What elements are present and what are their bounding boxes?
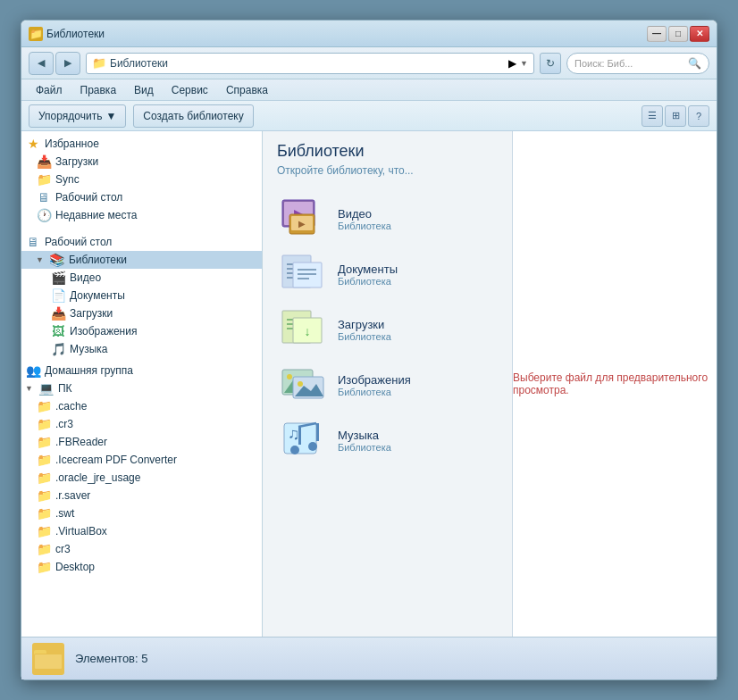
minimize-button[interactable]: — — [647, 26, 667, 42]
lib-name-video: Видео — [338, 207, 391, 221]
tree-item-favorites[interactable]: ★ Избранное — [21, 135, 262, 153]
virtualbox-label: .VirtualBox — [55, 525, 107, 538]
tree-item-cr3[interactable]: 📁 .cr3 — [21, 415, 262, 433]
tree-item-swt[interactable]: 📁 .swt — [21, 504, 262, 522]
desktop-label: Рабочий стол — [45, 236, 112, 248]
cache-icon: 📁 — [36, 399, 52, 413]
tree-item-downloads2[interactable]: 📥 Загрузки — [21, 304, 262, 322]
refresh-button[interactable]: ↻ — [540, 53, 561, 74]
fbreader-label: .FBReader — [55, 436, 107, 448]
rsaver-icon: 📁 — [36, 488, 52, 503]
libraries-view: Библиотеки Откройте библиотеку, что... ▶ — [263, 131, 717, 637]
lib-item-docs[interactable]: Документы Библиотека — [277, 246, 498, 302]
address-box[interactable]: 📁 Библиотеки ▶ ▼ — [86, 53, 534, 74]
view-details-button[interactable]: ☰ — [642, 105, 663, 127]
cache-label: .cache — [55, 400, 87, 412]
menubar: Файл Правка Вид Сервис Справка — [21, 79, 717, 101]
lib-icon-images — [281, 364, 327, 405]
organize-arrow: ▼ — [105, 110, 116, 122]
tree-item-sync[interactable]: 📁 Sync — [21, 171, 262, 188]
music-label: Музыка — [70, 343, 107, 355]
video-label: Видео — [70, 271, 101, 284]
tree-item-fbreader[interactable]: 📁 .FBReader — [21, 433, 262, 451]
svg-rect-37 — [35, 654, 62, 669]
tree-panel: ★ Избранное 📥 Загрузки 📁 Sync 🖥 Рабочий … — [21, 131, 263, 637]
tree-item-rsaver[interactable]: 📁 .r.saver — [21, 487, 262, 504]
tree-item-pc[interactable]: ▼ 💻 ПК — [21, 379, 262, 397]
tree-item-virtualbox[interactable]: 📁 .VirtualBox — [21, 522, 262, 540]
lib-item-video[interactable]: ▶ ▶ Видео Библиотека — [277, 191, 498, 246]
lib-type-docs: Библиотека — [338, 276, 398, 287]
docs-label: Документы — [70, 289, 125, 302]
svg-point-29 — [308, 442, 317, 451]
tree-item-images[interactable]: 🖼 Изображения — [21, 322, 262, 340]
tree-item-video[interactable]: 🎬 Видео — [21, 269, 262, 287]
svg-point-25 — [298, 381, 303, 387]
svg-text:♫: ♫ — [288, 425, 300, 443]
nav-buttons: ◀ ▶ — [29, 52, 80, 75]
view-buttons: ☰ ⊞ ? — [642, 105, 709, 127]
tree-item-desktop-pc[interactable]: 📁 Desktop — [21, 558, 262, 576]
titlebar: 📁 Библиотеки — □ ✕ — [21, 21, 717, 47]
menu-view[interactable]: Вид — [127, 82, 161, 98]
search-placeholder: Поиск: Биб... — [574, 58, 684, 69]
tree-item-desktop-fav[interactable]: 🖥 Рабочий стол — [21, 188, 262, 206]
virtualbox-icon: 📁 — [36, 524, 52, 538]
menu-file[interactable]: Файл — [29, 82, 70, 98]
recent-label: Недавние места — [55, 209, 137, 221]
sync-label: Sync — [55, 173, 80, 186]
close-button[interactable]: ✕ — [690, 26, 709, 42]
favorites-label: Избранное — [45, 138, 99, 150]
downloads2-icon: 📥 — [50, 306, 66, 321]
lib-info-downloads: Загрузки Библиотека — [338, 318, 391, 342]
address-dropdown-icon[interactable]: ▼ — [520, 59, 528, 68]
downloads-icon: 📥 — [36, 154, 52, 169]
search-box[interactable]: Поиск: Биб... 🔍 — [566, 53, 709, 74]
view-icons-button[interactable]: ⊞ — [665, 105, 686, 127]
tree-item-music[interactable]: 🎵 Музыка — [21, 340, 262, 358]
forward-button[interactable]: ▶ — [55, 52, 80, 75]
back-button[interactable]: ◀ — [29, 52, 54, 75]
tree-item-homegroup[interactable]: 👥 Домашняя группа — [21, 362, 262, 379]
address-path: Библиотеки — [110, 57, 505, 70]
tree-item-downloads[interactable]: 📥 Загрузки — [21, 153, 262, 171]
titlebar-left: 📁 Библиотеки — [29, 27, 105, 41]
menu-service[interactable]: Сервис — [164, 82, 215, 98]
cr3-2-icon: 📁 — [36, 542, 52, 556]
desktop-icon: 🖥 — [25, 235, 41, 249]
swt-label: .swt — [55, 507, 74, 520]
downloads2-label: Загрузки — [70, 307, 113, 320]
star-icon: ★ — [25, 137, 41, 151]
window-title: Библиотеки — [46, 28, 105, 40]
libraries-title: Библиотеки — [277, 142, 498, 161]
maximize-button[interactable]: □ — [668, 26, 688, 42]
tree-item-cr3-2[interactable]: 📁 cr3 — [21, 540, 262, 558]
tree-item-recent[interactable]: 🕐 Недавние места — [21, 206, 262, 224]
rsaver-label: .r.saver — [55, 489, 90, 502]
organize-button[interactable]: Упорядочить ▼ — [29, 104, 126, 128]
lib-info-video: Видео Библиотека — [338, 207, 391, 231]
lib-name-images: Изображения — [338, 373, 411, 387]
tree-item-libraries[interactable]: ▼ 📚 Библиотеки — [21, 251, 262, 269]
view-help-button[interactable]: ? — [688, 105, 709, 127]
lib-item-downloads[interactable]: ↓ Загрузки Библиотека — [277, 302, 498, 357]
images-icon: 🖼 — [50, 324, 66, 338]
tree-item-oracle[interactable]: 📁 .oracle_jre_usage — [21, 469, 262, 487]
svg-rect-31 — [316, 423, 319, 441]
pc-label: ПК — [58, 382, 72, 395]
tree-item-desktop[interactable]: 🖥 Рабочий стол — [21, 233, 262, 251]
menu-help[interactable]: Справка — [219, 82, 275, 98]
swt-icon: 📁 — [36, 506, 52, 521]
tree-item-docs[interactable]: 📄 Документы — [21, 287, 262, 304]
window-icon: 📁 — [29, 27, 43, 41]
desktop-fav-label: Рабочий стол — [55, 191, 122, 204]
tree-item-cache[interactable]: 📁 .cache — [21, 397, 262, 415]
lib-item-images[interactable]: Изображения Библиотека — [277, 357, 498, 412]
search-icon: 🔍 — [688, 57, 701, 70]
libraries-label: Библиотеки — [69, 254, 127, 266]
lib-item-music[interactable]: ♫ Музыка Библиотека — [277, 412, 498, 468]
tree-item-icecream[interactable]: 📁 .Icecream PDF Converter — [21, 451, 262, 469]
menu-edit[interactable]: Правка — [73, 82, 124, 98]
create-library-button[interactable]: Создать библиотеку — [133, 104, 253, 128]
lib-icon-docs — [281, 254, 327, 295]
